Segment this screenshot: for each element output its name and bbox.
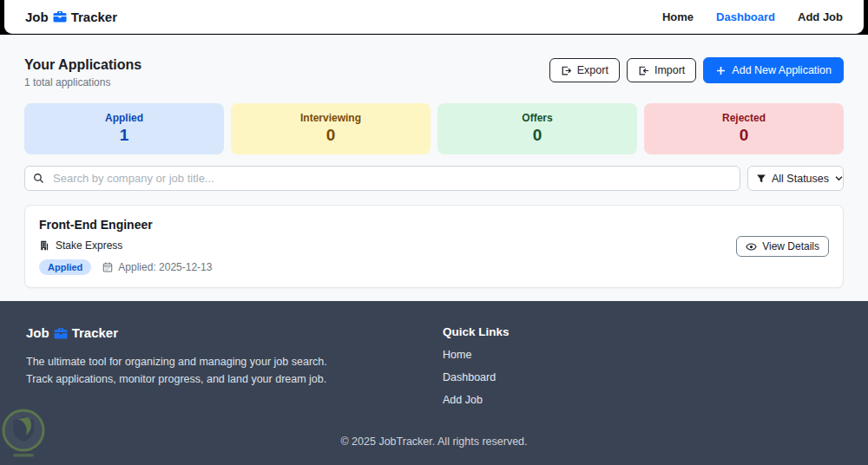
stat-count: 0 (444, 126, 630, 145)
nav-link-dashboard[interactable]: Dashboard (716, 10, 775, 23)
stat-count: 0 (238, 126, 424, 145)
stat-card-interviewing[interactable]: Interviewing 0 (231, 103, 431, 154)
company-row: Stake Express (39, 239, 212, 252)
funnel-icon (756, 174, 766, 184)
status-filter-value: All Statuses (772, 173, 829, 185)
briefcase-icon (53, 10, 67, 23)
main-content: Your Applications 1 total applications E… (0, 35, 868, 301)
stat-card-offers[interactable]: Offers 0 (437, 103, 637, 154)
view-details-button[interactable]: View Details (736, 236, 829, 257)
briefcase-icon (54, 326, 68, 340)
company-name: Stake Express (56, 239, 122, 252)
footer-tagline-line2: Track applications, monitor progress, an… (26, 370, 443, 388)
add-new-application-button[interactable]: Add New Application (703, 57, 844, 83)
quick-links-title: Quick Links (443, 325, 510, 338)
applied-date: Applied: 2025-12-13 (102, 261, 212, 273)
footer-tagline-line1: The ultimate tool for organizing and man… (26, 353, 443, 370)
status-badge: Applied (39, 259, 91, 275)
footer-quick-links: Quick Links Home Dashboard Add Job (443, 325, 510, 406)
footer-link-dashboard[interactable]: Dashboard (443, 371, 510, 383)
building-icon (39, 240, 49, 251)
nav-link-add-job[interactable]: Add Job (798, 10, 843, 23)
search-icon (33, 173, 44, 184)
copyright-text: © 2025 JobTracker. All rights reserved. (26, 436, 842, 448)
stat-card-rejected[interactable]: Rejected 0 (644, 103, 844, 154)
footer-about: Job Tracker The ultimate tool for organi… (26, 325, 443, 406)
view-details-label: View Details (762, 240, 819, 252)
page-header: Your Applications 1 total applications E… (24, 35, 844, 88)
import-arrow-icon (638, 65, 649, 76)
footer-brand-word-tracker: Tracker (72, 325, 118, 340)
status-filter-dropdown[interactable]: All Statuses (747, 166, 844, 191)
navbar: Job Tracker Home Dashboard Add Job (4, 0, 864, 34)
stat-label: Offers (444, 112, 630, 124)
stat-label: Applied (31, 112, 217, 124)
applications-count: 1 total applications (24, 76, 141, 88)
applied-date-label: Applied: 2025-12-13 (118, 261, 212, 273)
plus-icon (715, 65, 727, 76)
brand-word-job: Job (25, 10, 49, 24)
brand-word-tracker: Tracker (71, 10, 117, 24)
footer-link-add-job[interactable]: Add Job (443, 394, 510, 406)
header-actions: Export Import Add New Application (549, 57, 844, 83)
footer-brand-word-job: Job (26, 325, 49, 340)
chevron-down-icon (834, 174, 844, 183)
add-button-label: Add New Application (732, 63, 832, 77)
stat-count: 1 (31, 126, 217, 145)
application-card: Front-End Engineer Stake Express Applied… (24, 205, 844, 288)
stat-label: Rejected (651, 112, 837, 124)
status-summary-cards: Applied 1 Interviewing 0 Offers 0 Reject… (24, 103, 844, 154)
job-title: Front-End Engineer (39, 218, 212, 232)
eye-icon (746, 241, 757, 252)
import-button[interactable]: Import (627, 58, 696, 82)
footer-brand-logo: Job Tracker (26, 325, 443, 340)
application-meta: Applied Applied: 2025-12-13 (39, 259, 212, 275)
navbar-frame: Job Tracker Home Dashboard Add Job (0, 0, 868, 35)
export-arrow-icon (561, 65, 572, 76)
stat-card-applied[interactable]: Applied 1 (24, 103, 224, 154)
brand-logo[interactable]: Job Tracker (25, 10, 117, 24)
export-button[interactable]: Export (549, 58, 620, 82)
stat-label: Interviewing (238, 112, 424, 124)
footer-link-home[interactable]: Home (443, 349, 510, 361)
import-button-label: Import (654, 63, 685, 77)
application-info: Front-End Engineer Stake Express Applied… (39, 218, 212, 275)
search-field-wrap (24, 166, 740, 191)
page-title: Your Applications (24, 57, 141, 73)
calendar-icon (102, 262, 113, 272)
stat-count: 0 (651, 126, 837, 145)
search-filter-row: All Statuses (24, 166, 844, 191)
export-button-label: Export (577, 63, 608, 77)
footer-tagline: The ultimate tool for organizing and man… (26, 353, 443, 388)
nav-links: Home Dashboard Add Job (662, 10, 843, 23)
nav-link-home[interactable]: Home (662, 10, 694, 23)
search-input[interactable] (24, 166, 740, 191)
footer: Job Tracker The ultimate tool for organi… (0, 301, 868, 465)
